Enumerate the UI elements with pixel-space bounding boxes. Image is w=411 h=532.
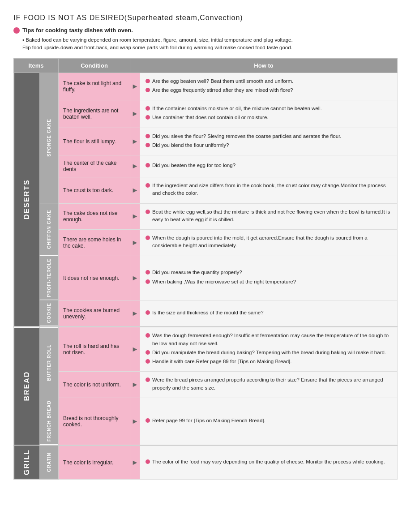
bullet-item: Was the dough fermented enough? Insuffic… (146, 332, 392, 348)
main-table: Items Condition How to DESERTSSPONGE CAK… (13, 58, 398, 480)
bullet-dot-icon (146, 279, 150, 284)
bullet-dot-icon (146, 350, 150, 355)
howto-cell: Beat the white egg well,so that the mixt… (140, 203, 398, 230)
subcategory-cell: SPONGE CAKE (39, 73, 58, 203)
bullet-dot-icon (146, 359, 150, 364)
bullet-dot-icon (146, 210, 150, 214)
table-row: The crust is too dark.►If the ingredient… (14, 177, 398, 204)
bullet-dot-icon (146, 270, 150, 275)
bullet-text: Did you sieve the flour? Sieving removes… (152, 133, 342, 140)
bullet-dot-icon (146, 106, 150, 111)
bullet-text: When the dough is poured into the mold, … (152, 234, 392, 250)
bullet-dot-icon (146, 333, 150, 338)
bullet-item: Did you measure the quantity properly? (146, 269, 392, 276)
arrow-icon: ► (130, 128, 140, 155)
bullet-item: Handle it with care.Refer page 89 for [T… (146, 358, 392, 365)
condition-cell: It does not rise enough. (59, 256, 130, 300)
category-cell: GRILL (14, 446, 40, 479)
table-row: DESERTSSPONGE CAKEThe cake is not light … (14, 73, 398, 100)
header-condition: Condition (59, 58, 130, 73)
bullet-dot-icon (146, 115, 150, 120)
subcategory-cell: FRENCH BREAD (39, 398, 58, 445)
table-row: There are some holes in the cake.►When t… (14, 230, 398, 256)
tip-header: Tips for cooking tasty dishes with oven. (13, 27, 398, 34)
tip-dot-icon (13, 27, 20, 34)
bullet-item: Did you beaten the egg for too long? (146, 162, 392, 169)
bullet-text: Did you manipulate the bread during baki… (152, 349, 386, 356)
bullet-dot-icon (146, 236, 150, 240)
arrow-icon: ► (130, 100, 140, 128)
bullet-text: The color of the food may vary depending… (152, 458, 385, 466)
howto-cell: When the dough is poured into the mold, … (140, 230, 398, 256)
condition-cell: The flour is still lumpy. (59, 128, 130, 155)
tip-header-text: Tips for cooking tasty dishes with oven. (22, 27, 133, 34)
bullet-item: Are the egg beaten well? Beat them until… (146, 77, 392, 85)
subcategory-cell: BUTTER ROLL (39, 327, 58, 398)
table-row: BREADBUTTER ROLLThe roll is hard and has… (14, 327, 398, 372)
bullet-text: Did you beaten the egg for too long? (152, 162, 235, 169)
bullet-text: If the container contains moisture or oi… (152, 105, 322, 112)
howto-cell: Did you sieve the flour? Sieving removes… (140, 128, 398, 155)
arrow-icon: ► (130, 73, 140, 100)
subcategory-cell: COOKIE (39, 300, 58, 326)
howto-cell: Was the dough fermented enough? Insuffic… (140, 327, 398, 372)
bullet-item: Refer page 99 for [Tips on Making French… (146, 417, 392, 425)
howto-cell: Are the egg beaten well? Beat them until… (140, 73, 398, 100)
subcategory-cell: PROFI-TEROLE (39, 256, 58, 300)
bullet-text: Is the size and thickness of the mould t… (152, 309, 264, 317)
bullet-dot-icon (146, 378, 150, 382)
bullet-dot-icon (146, 88, 150, 92)
bullet-item: When baking ,Was the microwave set at th… (146, 278, 392, 286)
howto-cell: The color of the food may vary depending… (140, 446, 398, 479)
condition-cell: The color is not uniform. (59, 372, 130, 398)
table-row: The flour is still lumpy.►Did you sieve … (14, 128, 398, 155)
condition-cell: The cake does not rise enough. (59, 203, 130, 230)
table-header: Items Condition How to (14, 58, 398, 73)
bullet-text: If the ingredient and size differs from … (152, 182, 392, 197)
header-howto: How to (130, 58, 398, 73)
bullet-dot-icon (146, 163, 150, 167)
table-row: The color is not uniform.►Were the bread… (14, 372, 398, 398)
bullet-item: If the ingredient and size differs from … (146, 182, 392, 197)
bullet-text: Use container that does not contain oil … (152, 114, 269, 121)
arrow-icon: ► (130, 155, 140, 177)
bullet-text: Were the bread pirces arranged properlu … (152, 376, 392, 392)
bullet-item: When the dough is poured into the mold, … (146, 234, 392, 250)
table-row: PROFI-TEROLEIt does not rise enough.►Did… (14, 256, 398, 300)
howto-cell: Refer page 99 for [Tips on Making French… (140, 398, 398, 445)
title-main: IF FOOD IS NOT AS DESIRED (13, 14, 124, 21)
bullet-text: Are the egg beaten well? Beat them until… (152, 77, 293, 85)
table-row: The ingredients are not beaten well.►If … (14, 100, 398, 128)
bullet-item: Did you sieve the flour? Sieving removes… (146, 133, 392, 140)
bullet-text: Refer page 99 for [Tips on Making French… (152, 417, 265, 425)
table-row: GRILLGRATINThe color is irregular.►The c… (14, 446, 398, 479)
howto-cell: Were the bread pirces arranged properlu … (140, 372, 398, 398)
howto-cell: Did you measure the quantity properly?Wh… (140, 256, 398, 300)
subcategory-cell: GRATIN (39, 446, 58, 479)
subcategory-cell: CHIFFON CAKE (39, 203, 58, 256)
arrow-icon: ► (130, 300, 140, 326)
title-subtitle: (Superheated steam,Convection) (124, 14, 243, 21)
table-row: FRENCH BREADBread is not thoroughly cook… (14, 398, 398, 445)
howto-cell: Is the size and thickness of the mould t… (140, 300, 398, 326)
tip-body2: Flip food upside-down and front-back, an… (22, 44, 398, 51)
bullet-dot-icon (146, 459, 150, 464)
category-cell: DESERTS (14, 73, 40, 326)
bullet-text: Are the eggs frequently stirred after th… (152, 86, 293, 94)
condition-cell: The ingredients are not beaten well. (59, 100, 130, 128)
bullet-item: If the container contains moisture or oi… (146, 105, 392, 112)
condition-cell: The crust is too dark. (59, 177, 130, 204)
arrow-icon: ► (130, 327, 140, 372)
bullet-item: Is the size and thickness of the mould t… (146, 309, 392, 317)
bullet-dot-icon (146, 310, 150, 315)
bullet-item: Did you manipulate the bread during baki… (146, 349, 392, 356)
condition-cell: The cake is not light and fluffy. (59, 73, 130, 100)
condition-cell: The roll is hard and has not risen. (59, 327, 130, 372)
bullet-dot-icon (146, 143, 150, 147)
bullet-item: Did you blend the flour uniformly? (146, 142, 392, 149)
bullet-text: Beat the white egg well,so that the mixt… (152, 208, 392, 224)
arrow-icon: ► (130, 203, 140, 230)
arrow-icon: ► (130, 372, 140, 398)
bullet-text: When baking ,Was the microwave set at th… (152, 278, 296, 286)
howto-cell: If the container contains moisture or oi… (140, 100, 398, 128)
